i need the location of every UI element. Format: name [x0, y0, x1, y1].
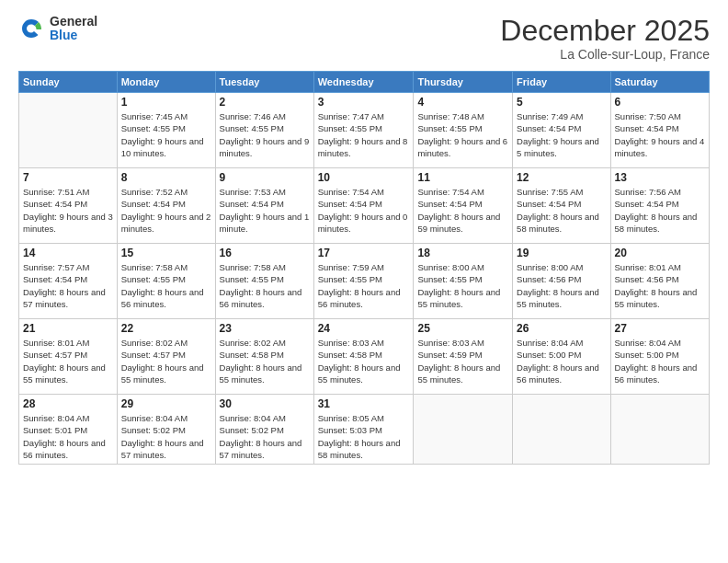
day-number: 15	[121, 247, 211, 259]
calendar-cell: 18 Sunrise: 8:00 AMSunset: 4:55 PMDaylig…	[414, 244, 513, 319]
day-info: Sunrise: 8:01 AMSunset: 4:57 PMDaylight:…	[23, 337, 113, 385]
day-number: 25	[417, 322, 508, 335]
calendar-cell: 30 Sunrise: 8:04 AMSunset: 5:02 PMDaylig…	[215, 395, 313, 465]
calendar-cell: 27 Sunrise: 8:04 AMSunset: 5:00 PMDaylig…	[610, 319, 709, 395]
day-info: Sunrise: 7:47 AMSunset: 4:55 PMDaylight:…	[318, 110, 410, 159]
calendar-week-row: 1 Sunrise: 7:45 AMSunset: 4:55 PMDayligh…	[19, 93, 710, 168]
day-number: 6	[615, 96, 705, 109]
day-info: Sunrise: 8:04 AMSunset: 5:00 PMDaylight:…	[615, 337, 705, 385]
calendar-cell: 10 Sunrise: 7:54 AMSunset: 4:54 PMDaylig…	[313, 168, 414, 244]
logo-text: General Blue	[50, 15, 97, 43]
header-monday: Monday	[117, 72, 215, 93]
calendar-cell: 1 Sunrise: 7:45 AMSunset: 4:55 PMDayligh…	[117, 93, 215, 168]
calendar-cell: 26 Sunrise: 8:04 AMSunset: 5:00 PMDaylig…	[513, 319, 610, 395]
header-sunday: Sunday	[19, 72, 118, 93]
day-info: Sunrise: 7:56 AMSunset: 4:54 PMDaylight:…	[615, 186, 705, 235]
day-number: 22	[121, 322, 211, 335]
calendar-cell: 3 Sunrise: 7:47 AMSunset: 4:55 PMDayligh…	[313, 93, 414, 168]
calendar-cell: 31 Sunrise: 8:05 AMSunset: 5:03 PMDaylig…	[313, 395, 414, 465]
weekday-header-row: Sunday Monday Tuesday Wednesday Thursday…	[19, 72, 710, 93]
calendar-week-row: 21 Sunrise: 8:01 AMSunset: 4:57 PMDaylig…	[19, 319, 710, 395]
day-number: 8	[121, 171, 211, 184]
calendar-cell: 8 Sunrise: 7:52 AMSunset: 4:54 PMDayligh…	[117, 168, 215, 244]
calendar-cell: 22 Sunrise: 8:02 AMSunset: 4:57 PMDaylig…	[117, 319, 215, 395]
calendar-table: Sunday Monday Tuesday Wednesday Thursday…	[18, 71, 710, 465]
day-number: 13	[615, 171, 705, 184]
day-info: Sunrise: 7:58 AMSunset: 4:55 PMDaylight:…	[121, 261, 211, 310]
day-number: 27	[615, 322, 705, 335]
calendar-week-row: 14 Sunrise: 7:57 AMSunset: 4:54 PMDaylig…	[19, 244, 710, 319]
calendar-cell	[610, 395, 709, 465]
header-thursday: Thursday	[414, 72, 513, 93]
day-info: Sunrise: 8:04 AMSunset: 5:02 PMDaylight:…	[220, 412, 310, 461]
calendar-cell: 15 Sunrise: 7:58 AMSunset: 4:55 PMDaylig…	[117, 244, 215, 319]
calendar-cell: 14 Sunrise: 7:57 AMSunset: 4:54 PMDaylig…	[19, 244, 118, 319]
day-info: Sunrise: 7:48 AMSunset: 4:55 PMDaylight:…	[417, 110, 508, 159]
calendar-cell: 5 Sunrise: 7:49 AMSunset: 4:54 PMDayligh…	[513, 93, 610, 168]
day-info: Sunrise: 7:57 AMSunset: 4:54 PMDaylight:…	[23, 261, 113, 310]
day-number: 16	[220, 247, 310, 259]
calendar-cell: 29 Sunrise: 8:04 AMSunset: 5:02 PMDaylig…	[117, 395, 215, 465]
day-number: 4	[417, 96, 508, 109]
day-number: 9	[220, 171, 310, 184]
calendar-cell: 12 Sunrise: 7:55 AMSunset: 4:54 PMDaylig…	[513, 168, 610, 244]
day-number: 2	[220, 96, 310, 109]
calendar-cell: 16 Sunrise: 7:58 AMSunset: 4:55 PMDaylig…	[215, 244, 313, 319]
calendar-cell: 9 Sunrise: 7:53 AMSunset: 4:54 PMDayligh…	[215, 168, 313, 244]
day-number: 19	[517, 247, 606, 259]
logo-general-text: General	[50, 15, 97, 29]
day-number: 29	[121, 397, 211, 410]
day-info: Sunrise: 8:04 AMSunset: 5:02 PMDaylight:…	[121, 412, 211, 461]
calendar-cell: 28 Sunrise: 8:04 AMSunset: 5:01 PMDaylig…	[19, 395, 118, 465]
day-number: 7	[23, 171, 113, 184]
page-header: General Blue December 2025 La Colle-sur-…	[18, 15, 710, 62]
day-number: 1	[121, 96, 211, 109]
day-number: 12	[517, 171, 606, 184]
calendar-cell	[414, 395, 513, 465]
day-number: 21	[23, 322, 113, 335]
day-number: 14	[23, 247, 113, 259]
day-info: Sunrise: 7:49 AMSunset: 4:54 PMDaylight:…	[517, 110, 606, 159]
logo-blue-text: Blue	[50, 29, 97, 42]
day-number: 11	[417, 171, 508, 184]
calendar-week-row: 7 Sunrise: 7:51 AMSunset: 4:54 PMDayligh…	[19, 168, 710, 244]
day-number: 3	[318, 96, 410, 109]
header-tuesday: Tuesday	[215, 72, 313, 93]
day-number: 23	[220, 322, 310, 335]
calendar-cell: 6 Sunrise: 7:50 AMSunset: 4:54 PMDayligh…	[610, 93, 709, 168]
day-info: Sunrise: 7:53 AMSunset: 4:54 PMDaylight:…	[220, 186, 310, 235]
month-title: December 2025	[500, 15, 710, 47]
day-number: 18	[417, 247, 508, 259]
day-number: 17	[318, 247, 410, 259]
header-friday: Friday	[513, 72, 610, 93]
calendar-cell: 4 Sunrise: 7:48 AMSunset: 4:55 PMDayligh…	[414, 93, 513, 168]
day-number: 24	[318, 322, 410, 335]
day-number: 26	[517, 322, 606, 335]
calendar-cell	[513, 395, 610, 465]
location-text: La Colle-sur-Loup, France	[500, 47, 710, 62]
calendar-cell: 25 Sunrise: 8:03 AMSunset: 4:59 PMDaylig…	[414, 319, 513, 395]
header-saturday: Saturday	[610, 72, 709, 93]
day-info: Sunrise: 7:46 AMSunset: 4:55 PMDaylight:…	[220, 110, 310, 159]
calendar-cell	[19, 93, 118, 168]
calendar-cell: 21 Sunrise: 8:01 AMSunset: 4:57 PMDaylig…	[19, 319, 118, 395]
day-info: Sunrise: 8:02 AMSunset: 4:58 PMDaylight:…	[220, 337, 310, 385]
calendar-cell: 23 Sunrise: 8:02 AMSunset: 4:58 PMDaylig…	[215, 319, 313, 395]
calendar-cell: 11 Sunrise: 7:54 AMSunset: 4:54 PMDaylig…	[414, 168, 513, 244]
calendar-week-row: 28 Sunrise: 8:04 AMSunset: 5:01 PMDaylig…	[19, 395, 710, 465]
day-number: 31	[318, 397, 410, 410]
day-info: Sunrise: 8:05 AMSunset: 5:03 PMDaylight:…	[318, 412, 410, 461]
day-info: Sunrise: 8:03 AMSunset: 4:58 PMDaylight:…	[318, 337, 410, 385]
day-info: Sunrise: 7:45 AMSunset: 4:55 PMDaylight:…	[121, 110, 211, 159]
day-info: Sunrise: 8:01 AMSunset: 4:56 PMDaylight:…	[615, 261, 705, 310]
day-info: Sunrise: 7:54 AMSunset: 4:54 PMDaylight:…	[417, 186, 508, 235]
calendar-cell: 19 Sunrise: 8:00 AMSunset: 4:56 PMDaylig…	[513, 244, 610, 319]
day-info: Sunrise: 7:59 AMSunset: 4:55 PMDaylight:…	[318, 261, 410, 310]
day-number: 10	[318, 171, 410, 184]
title-area: December 2025 La Colle-sur-Loup, France	[500, 15, 710, 62]
calendar-page: General Blue December 2025 La Colle-sur-…	[0, 0, 728, 563]
day-info: Sunrise: 8:02 AMSunset: 4:57 PMDaylight:…	[121, 337, 211, 385]
calendar-cell: 20 Sunrise: 8:01 AMSunset: 4:56 PMDaylig…	[610, 244, 709, 319]
day-info: Sunrise: 7:52 AMSunset: 4:54 PMDaylight:…	[121, 186, 211, 235]
calendar-cell: 13 Sunrise: 7:56 AMSunset: 4:54 PMDaylig…	[610, 168, 709, 244]
